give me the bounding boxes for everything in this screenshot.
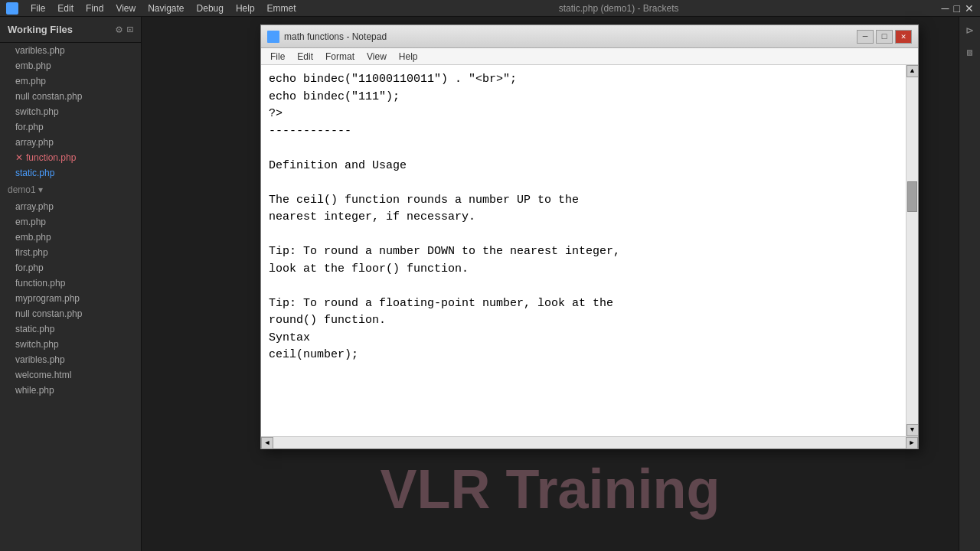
notepad-scroll-right-btn[interactable]: ▶ [906,437,918,449]
notepad-maximize-btn[interactable]: □ [876,30,893,44]
proj-file-for[interactable]: for.php [0,260,141,276]
sidebar-header-icons: ⚙ ⊡ [116,23,133,36]
proj-file-myprogram[interactable]: myprogram.php [0,291,141,306]
content-area: math functions - Notepad ─ □ ✕ File Edit… [142,17,959,551]
notepad-hscrollbar-track[interactable] [273,437,906,448]
sidebar-file-emb[interactable]: emb.php [0,58,141,73]
notepad-horizontal-scrollbar[interactable]: ◀ ▶ [261,436,918,448]
menu-debug[interactable]: Debug [197,3,224,14]
menu-emmet[interactable]: Emmet [267,3,296,14]
notepad-menu-edit[interactable]: Edit [291,50,319,64]
proj-file-array[interactable]: array.php [0,199,141,214]
close-icon[interactable]: ✕ [965,2,974,15]
app-menubar: File Edit Find View Navigate Debug Help … [0,0,980,17]
notepad-title: math functions - Notepad [284,31,857,42]
right-panel-icon2[interactable]: ▨ [962,44,978,60]
notepad-app-icon [267,31,279,43]
notepad-menubar: File Edit Format View Help [261,48,918,65]
notepad-menu-file[interactable]: File [264,50,291,64]
proj-file-em[interactable]: em.php [0,214,141,230]
notepad-content-wrapper: echo bindec("11000110011") . "<br>"; ech… [261,65,918,436]
notepad-close-btn[interactable]: ✕ [895,30,912,44]
proj-file-while[interactable]: while.php [0,383,141,398]
minimize-icon[interactable]: ─ [942,2,949,15]
notepad-minimize-btn[interactable]: ─ [857,30,874,44]
menu-help[interactable]: Help [236,3,255,14]
menu-navigate[interactable]: Navigate [148,3,184,14]
notepad-titlebar: math functions - Notepad ─ □ ✕ [261,25,918,48]
notepad-scroll-up-btn[interactable]: ▲ [906,65,919,77]
proj-file-emb[interactable]: emb.php [0,230,141,245]
vlr-watermark: VLR Training [380,458,720,520]
notepad-scrollbar-thumb[interactable] [907,181,917,212]
right-panel-expand-icon[interactable]: ⊳ [962,23,978,38]
notepad-menu-help[interactable]: Help [393,50,424,64]
notepad-scroll-down-btn[interactable]: ▼ [906,424,919,436]
proj-file-function[interactable]: function.php [0,276,141,291]
sidebar-file-varibles[interactable]: varibles.php [0,43,141,58]
menu-edit[interactable]: Edit [57,3,74,14]
menu-find[interactable]: Find [86,3,103,14]
menu-file[interactable]: File [31,3,45,14]
sidebar-file-function[interactable]: ✕ function.php [0,150,141,165]
right-panel: ⊳ ▨ [959,17,980,551]
sidebar-project-header[interactable]: demo1 ▾ [0,181,141,199]
sidebar-file-null-constan[interactable]: null constan.php [0,89,141,104]
app-title: static.php (demo1) - Brackets [309,3,929,14]
proj-file-first[interactable]: first.php [0,245,141,260]
sidebar-settings-icon[interactable]: ⚙ [116,23,122,36]
notepad-window: math functions - Notepad ─ □ ✕ File Edit… [260,24,919,449]
notepad-menu-format[interactable]: Format [319,50,361,64]
proj-file-welcome[interactable]: welcome.html [0,367,141,383]
sidebar: Working Files ⚙ ⊡ varibles.php emb.php e… [0,17,142,551]
menu-view[interactable]: View [116,3,136,14]
notepad-win-controls: ─ □ ✕ [857,30,912,44]
sidebar-file-for[interactable]: for.php [0,119,141,135]
sidebar-file-switch[interactable]: switch.php [0,104,141,119]
sidebar-file-static[interactable]: static.php [0,165,141,181]
proj-file-null-constan[interactable]: null constan.php [0,306,141,321]
sidebar-file-array[interactable]: array.php [0,135,141,150]
sidebar-header: Working Files ⚙ ⊡ [0,17,141,43]
notepad-text-content[interactable]: echo bindec("11000110011") . "<br>"; ech… [261,65,906,436]
proj-file-static[interactable]: static.php [0,321,141,337]
maximize-icon[interactable]: □ [954,2,960,15]
notepad-menu-view[interactable]: View [361,50,393,64]
app-window-controls: ─ □ ✕ [942,2,974,15]
sidebar-split-icon[interactable]: ⊡ [127,23,133,36]
notepad-scrollbar-track[interactable] [906,77,918,424]
sidebar-file-em[interactable]: em.php [0,73,141,89]
notepad-scroll-left-btn[interactable]: ◀ [261,437,273,449]
app-icon [6,2,18,15]
proj-file-switch[interactable]: switch.php [0,337,141,352]
sidebar-title: Working Files [8,24,73,35]
main-layout: Working Files ⚙ ⊡ varibles.php emb.php e… [0,17,980,551]
notepad-vertical-scrollbar[interactable]: ▲ ▼ [906,65,918,436]
proj-file-varibles[interactable]: varibles.php [0,352,141,367]
